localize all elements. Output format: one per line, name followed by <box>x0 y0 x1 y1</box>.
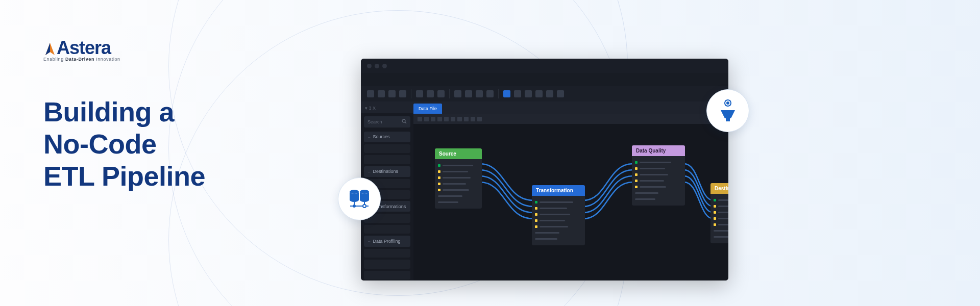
toolbar-button[interactable] <box>476 90 483 97</box>
svg-rect-11 <box>726 118 730 121</box>
window-control-icon[interactable] <box>375 64 379 68</box>
logo-mark-icon <box>43 41 57 56</box>
canvas-tool[interactable] <box>471 117 475 121</box>
search-placeholder: Search <box>368 119 382 124</box>
canvas-tool[interactable] <box>477 117 482 121</box>
titlebar <box>361 59 728 73</box>
sidebar-label: Sources <box>373 134 389 139</box>
canvas-tool[interactable] <box>457 117 462 121</box>
window-control-icon[interactable] <box>382 64 387 68</box>
sidebar-section-sources[interactable]: –Sources <box>364 132 410 142</box>
sidebar-subitem[interactable] <box>364 155 410 164</box>
node-data-quality[interactable]: Data Quality <box>632 145 685 206</box>
toolbar-button[interactable] <box>416 90 423 97</box>
headline-line: No-Code <box>43 128 205 160</box>
pipeline-canvas[interactable]: Source Transformation <box>413 124 728 280</box>
menu-item[interactable] <box>386 77 388 83</box>
sidebar-label: Data Profiling <box>373 239 400 244</box>
toolbar-button[interactable] <box>388 90 396 97</box>
sidebar-subitem[interactable] <box>364 271 410 279</box>
brand-logo: Astera Enabling Data-Driven Innovation <box>43 40 120 62</box>
menu-item[interactable] <box>367 77 369 83</box>
transform-badge-icon <box>706 89 749 132</box>
app-window: ▾ 3 X Search –Sources –Destinations –Tra… <box>361 59 728 280</box>
search-icon <box>402 119 407 125</box>
tagline-post: Innovation <box>94 57 120 62</box>
node-title: Source <box>439 151 456 157</box>
node-title: Transformation <box>536 188 573 193</box>
sidebar-subitem[interactable] <box>364 260 410 268</box>
toolbar-button[interactable] <box>525 90 532 97</box>
database-badge-icon <box>338 177 381 220</box>
svg-point-3 <box>360 190 369 194</box>
toolbar-button[interactable] <box>454 90 461 97</box>
tagline-bold: Data-Driven <box>65 57 94 62</box>
tab-strip: ▾ 3 X <box>361 101 413 113</box>
toolbar-button[interactable] <box>427 90 434 97</box>
toolbar-button-run[interactable] <box>503 90 510 97</box>
page-headline: Building a No-Code ETL Pipeline <box>43 96 205 193</box>
toolbar-button[interactable] <box>437 90 445 97</box>
canvas-tool[interactable] <box>424 117 429 121</box>
headline-line: Building a <box>43 96 205 128</box>
svg-line-1 <box>405 122 406 123</box>
toolbar-button[interactable] <box>486 90 494 97</box>
sidebar-label: Destinations <box>373 169 398 174</box>
toolbar-button[interactable] <box>546 90 553 97</box>
sidebar-subitem[interactable] <box>364 249 410 258</box>
brand-name: Astera <box>57 37 111 58</box>
tab-data-file[interactable]: Data File <box>413 104 442 114</box>
toolbar <box>361 86 728 101</box>
toolbar-button[interactable] <box>399 90 406 97</box>
sidebar-section-profiling[interactable]: –Data Profiling <box>364 236 410 246</box>
node-destination[interactable]: Destination <box>710 183 728 243</box>
toolbar-button[interactable] <box>367 90 374 97</box>
menubar <box>361 73 728 86</box>
chevron-icon: – <box>368 135 370 139</box>
headline-line: ETL Pipeline <box>43 160 205 192</box>
window-control-icon[interactable] <box>367 64 372 68</box>
chevron-icon: – <box>368 239 370 243</box>
toolbar-button[interactable] <box>465 90 472 97</box>
node-title: Data Quality <box>636 148 666 154</box>
toolbar-separator <box>449 89 450 98</box>
sidebar-subitem[interactable] <box>364 225 410 234</box>
chevron-icon: – <box>368 169 370 174</box>
search-input[interactable]: Search <box>364 116 410 127</box>
menu-item[interactable] <box>377 77 378 83</box>
toolbar-button[interactable] <box>378 90 385 97</box>
tagline-pre: Enabling <box>43 57 65 62</box>
toolbar-separator <box>498 89 499 98</box>
node-title: Destination <box>715 186 728 191</box>
tab-prefix: ▾ 3 X <box>361 106 380 113</box>
canvas-tool[interactable] <box>431 117 435 121</box>
toolbar-button[interactable] <box>557 90 564 97</box>
sidebar-subitem[interactable] <box>364 144 410 153</box>
canvas-tool[interactable] <box>444 117 449 121</box>
toolbar-button[interactable] <box>514 90 521 97</box>
node-source[interactable]: Source <box>435 148 482 209</box>
canvas-toolbar <box>413 114 728 124</box>
canvas-tool[interactable] <box>464 117 469 121</box>
svg-point-10 <box>727 102 729 104</box>
canvas-tool[interactable] <box>451 117 455 121</box>
svg-point-0 <box>402 119 405 122</box>
sidebar-section-destinations[interactable]: –Destinations <box>364 166 410 177</box>
svg-point-2 <box>350 190 359 194</box>
toolbar-separator <box>411 89 411 98</box>
canvas-tool[interactable] <box>437 117 442 121</box>
node-transformation[interactable]: Transformation <box>532 185 585 245</box>
canvas-tool[interactable] <box>418 117 422 121</box>
toolbar-button[interactable] <box>535 90 543 97</box>
document-tabs: Data File <box>413 101 728 114</box>
